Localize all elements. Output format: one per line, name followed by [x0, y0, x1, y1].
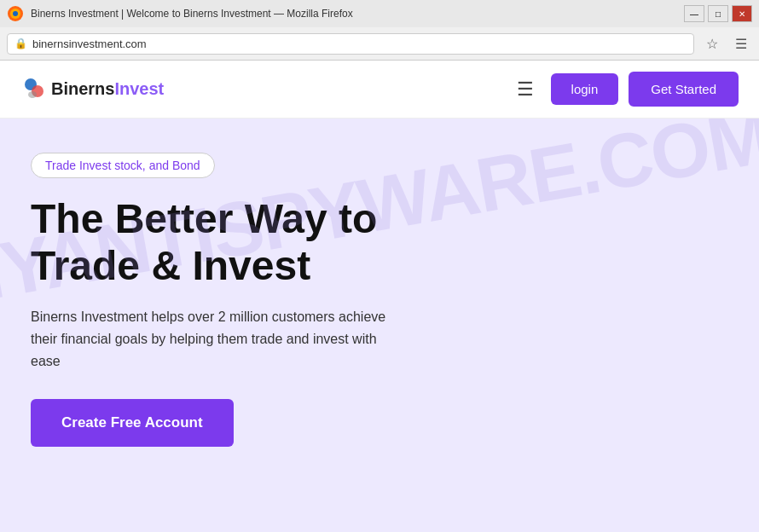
navbar: BinernsInvest ☰ login Get Started	[0, 61, 759, 119]
browser-chrome: Binerns Investment | Welcome to Binerns …	[0, 0, 759, 61]
svg-point-5	[28, 91, 37, 98]
nav-right: ☰ login Get Started	[517, 72, 739, 107]
title-bar-left: Binerns Investment | Welcome to Binerns …	[7, 5, 353, 22]
hero-description: Binerns Investment helps over 2 million …	[31, 306, 406, 372]
url-text: binernsinvestment.com	[32, 38, 687, 50]
get-started-button[interactable]: Get Started	[629, 72, 739, 107]
hero-section: MYANTISPYWARE.COM Trade Invest stock, an…	[0, 119, 759, 532]
firefox-icon	[7, 5, 24, 22]
hero-badge: Trade Invest stock, and Bond	[31, 153, 215, 178]
window-controls: — □ ✕	[684, 5, 752, 22]
login-button[interactable]: login	[551, 73, 619, 105]
minimize-button[interactable]: —	[684, 5, 704, 22]
maximize-button[interactable]: □	[708, 5, 728, 22]
title-bar: Binerns Investment | Welcome to Binerns …	[0, 0, 759, 27]
hero-title-line1: The Better Way to	[31, 196, 377, 241]
menu-icon[interactable]: ☰	[730, 34, 752, 54]
logo-text: BinernsInvest	[51, 79, 164, 99]
logo-invest: Invest	[114, 79, 164, 98]
logo-area: BinernsInvest	[20, 76, 164, 103]
site-content: BinernsInvest ☰ login Get Started MYANTI…	[0, 61, 759, 532]
close-button[interactable]: ✕	[732, 5, 752, 22]
hero-title-line2: Trade & Invest	[31, 243, 310, 288]
address-bar: 🔒 binernsinvestment.com ☆ ☰	[0, 27, 759, 60]
logo-icon	[20, 76, 48, 103]
browser-title: Binerns Investment | Welcome to Binerns …	[31, 8, 353, 20]
hero-title: The Better Way to Trade & Invest	[31, 195, 474, 289]
hamburger-icon[interactable]: ☰	[517, 78, 534, 101]
svg-point-2	[13, 11, 18, 16]
address-bar-inner[interactable]: 🔒 binernsinvestment.com	[7, 33, 694, 55]
lock-icon: 🔒	[14, 38, 27, 49]
bookmark-icon[interactable]: ☆	[701, 34, 723, 54]
logo-binerns: Binerns	[51, 79, 114, 98]
create-account-button[interactable]: Create Free Account	[31, 399, 234, 447]
